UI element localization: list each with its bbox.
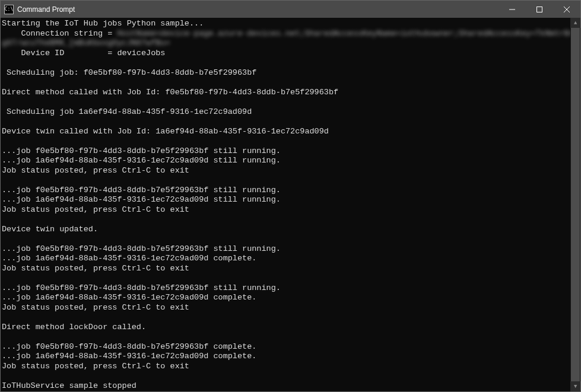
console-line: ...job f0e5bf80-f97b-4dd3-8ddb-b7e5f2996…	[2, 186, 569, 196]
console-line: ...job f0e5bf80-f97b-4dd3-8ddb-b7e5f2996…	[2, 146, 569, 157]
console-line: Job status posted, press Ctrl-C to exit	[2, 362, 569, 372]
console-line: Job status posted, press Ctrl-C to exit	[2, 264, 569, 274]
console-line	[2, 371, 569, 381]
scroll-down-arrow-icon[interactable]: ▼	[570, 381, 580, 391]
console-line	[2, 78, 569, 88]
vertical-scrollbar[interactable]: ▲ ▼	[570, 18, 580, 391]
system-menu-icon[interactable]: C:\	[4, 5, 14, 14]
client-area: Starting the IoT Hub jobs Python sample.…	[0, 18, 581, 392]
redacted-text: g07/wcuTheBMK_[mBuKboxgOycJN07wfBu=	[2, 39, 170, 47]
scrollbar-thumb[interactable]	[571, 28, 580, 381]
window-title: Command Prompt	[17, 5, 75, 14]
console-line: ...job f0e5bf80-f97b-4dd3-8ddb-b7e5f2996…	[2, 342, 569, 352]
console-output[interactable]: Starting the IoT Hub jobs Python sample.…	[1, 18, 570, 391]
console-line	[2, 97, 569, 107]
console-line	[2, 332, 569, 342]
console-line	[2, 176, 569, 186]
console-line: Connection string = HostName=device-page…	[2, 29, 569, 39]
console-line	[2, 273, 569, 283]
console-line: ...job f0e5bf80-f97b-4dd3-8ddb-b7e5f2996…	[2, 283, 569, 294]
maximize-button[interactable]	[526, 1, 553, 18]
console-line	[2, 215, 569, 225]
console-line: g07/wcuTheBMK_[mBuKboxgOycJN07wfBu=	[2, 39, 569, 49]
close-button[interactable]	[553, 1, 580, 18]
console-line: ...job 1a6ef94d-88ab-435f-9316-1ec72c9ad…	[2, 254, 569, 264]
console-line: ...job 1a6ef94d-88ab-435f-9316-1ec72c9ad…	[2, 156, 569, 166]
console-line: Device twin updated.	[2, 225, 569, 235]
console-line: ...job f0e5bf80-f97b-4dd3-8ddb-b7e5f2996…	[2, 244, 569, 254]
redacted-text: HostName=device-page.azure-devices.net;S…	[117, 29, 570, 38]
console-line: ...job 1a6ef94d-88ab-435f-9316-1ec72c9ad…	[2, 195, 569, 205]
window-titlebar: C:\ Command Prompt	[0, 0, 581, 18]
console-line: Device ID = deviceJobs	[2, 49, 569, 59]
console-line: IoTHubService sample stopped	[2, 381, 569, 391]
console-line: Job status posted, press Ctrl-C to exit	[2, 303, 569, 313]
console-line	[2, 234, 569, 244]
scrollbar-track[interactable]	[570, 28, 580, 381]
minimize-button[interactable]	[499, 1, 526, 18]
console-line: ...job 1a6ef94d-88ab-435f-9316-1ec72c9ad…	[2, 352, 569, 362]
console-line	[2, 136, 569, 146]
console-line: Device twin called with Job Id: 1a6ef94d…	[2, 127, 569, 137]
console-line: Job status posted, press Ctrl-C to exit	[2, 166, 569, 176]
scroll-up-arrow-icon[interactable]: ▲	[570, 18, 580, 28]
console-line: Job status posted, press Ctrl-C to exit	[2, 205, 569, 215]
console-line: Starting the IoT Hub jobs Python sample.…	[2, 19, 569, 29]
console-line: Direct method lockDoor called.	[2, 323, 569, 333]
console-line	[2, 313, 569, 323]
console-line: Scheduling job: f0e5bf80-f97b-4dd3-8ddb-…	[2, 68, 569, 78]
console-line	[2, 117, 569, 127]
console-line: ...job 1a6ef94d-88ab-435f-9316-1ec72c9ad…	[2, 293, 569, 303]
console-line: Scheduling job 1a6ef94d-88ab-435f-9316-1…	[2, 107, 569, 117]
svg-rect-0	[537, 7, 542, 12]
console-line	[2, 58, 569, 68]
console-line: Direct method called with Job Id: f0e5bf…	[2, 88, 569, 98]
